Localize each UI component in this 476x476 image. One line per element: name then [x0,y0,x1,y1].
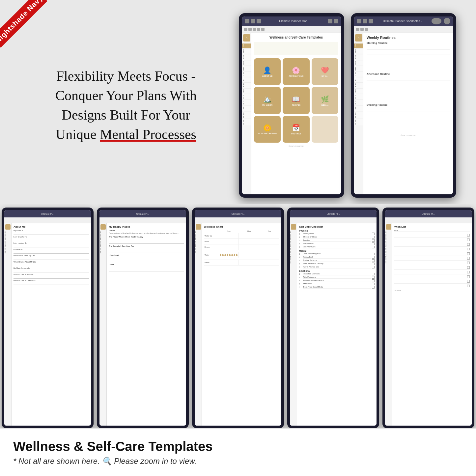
tile-label-recipes: RECIPES [292,104,300,106]
bt-month-apr-5[interactable]: APR [385,240,392,244]
bt-month-jan-4[interactable]: JAN [290,231,297,234]
bt-month-apr-2[interactable]: APR [99,240,106,244]
bt-month-jul-5[interactable]: JUL [385,251,392,254]
bt-month-jan-5[interactable]: JAN [385,231,392,234]
bt-month-sep-4[interactable]: SEP [290,257,297,260]
month-tab-note-left[interactable]: NOTE [242,119,251,125]
month-tab-sep-left[interactable]: SEP [242,88,251,94]
month-tab-feb-right[interactable]: FEB [354,48,363,54]
month-tab-nov-left[interactable]: NOV [242,99,251,105]
bt-month-may-4[interactable]: MAY [290,244,297,247]
bt-month-jan-3[interactable]: JAN [195,231,202,234]
bt-home-sc[interactable] [291,224,296,230]
bt-month-mar-1[interactable]: MAR [4,237,11,240]
wl-check-11[interactable] [467,280,470,283]
month-tab-jul-left[interactable]: JUL [242,77,251,82]
bt-month-mar-2[interactable]: MAR [99,237,106,240]
tile-label-about-me: ABOUT ME [262,75,273,77]
bt-month-may-2[interactable]: MAY [99,244,106,247]
wl-check-12[interactable] [467,285,470,287]
month-tab-oct-right[interactable]: OCT [354,94,363,99]
bt-month-feb-2[interactable]: FEB [99,234,106,237]
tile-about-me[interactable]: 👤 ABOUT ME [254,58,281,85]
bt-month-may-1[interactable]: MAY [4,244,11,247]
month-tab-jun-left[interactable]: JUN [242,71,251,77]
month-tab-aug-right[interactable]: AUG [354,82,363,88]
wl-check-3[interactable] [467,243,470,246]
wl-check-4[interactable] [467,248,470,250]
month-tab-jan-left[interactable]: JAN [242,43,251,48]
month-tab-feb-left[interactable]: FEB [242,48,251,54]
bt-month-may-5[interactable]: MAY [385,244,392,247]
bt-home-wl[interactable] [386,224,391,230]
bt-month-may-3[interactable]: MAY [195,244,202,247]
tile-affirmations[interactable]: 🌸 AFFIRMATIONS [283,58,309,85]
wl-check-9[interactable] [467,271,470,273]
month-tab-apr-left[interactable]: APR [242,60,251,65]
home-tab-left[interactable]: ⌂ [243,34,250,42]
bt-month-aug-4[interactable]: AUG [290,254,297,257]
month-tab-may-right[interactable]: MAY [354,66,363,71]
month-tab-may-left[interactable]: MAY [242,66,251,71]
month-tab-jun-right[interactable]: JUN [354,71,363,77]
tile-self-care[interactable]: 🌼 SELF-CARE CHECKLIST [254,116,281,143]
bt-month-oct-4[interactable]: OCT [290,260,297,264]
month-tab-note-right[interactable]: NOTE [354,119,363,125]
wl-check-8[interactable] [467,266,470,269]
wl-check-1[interactable] [467,234,470,237]
month-tab-mar-left[interactable]: MAR [242,54,251,60]
bt-month-jun-2[interactable]: JUN [99,247,106,251]
wl-check-5[interactable] [467,252,470,255]
bt-month-apr-4[interactable]: APR [290,240,297,244]
bt-month-jun-5[interactable]: JUN [385,247,392,251]
tile-routines[interactable]: 📅 ROUTINES [283,116,309,143]
month-tab-nov-right[interactable]: NOV [354,99,363,105]
bt-month-feb-5[interactable]: FEB [385,234,392,237]
bt-month-mar-5[interactable]: MAR [385,237,392,240]
month-tab-jul-right[interactable]: JUL [354,77,363,82]
month-tab-aug-left[interactable]: AUG [242,82,251,88]
wl-check-2[interactable] [467,238,470,241]
bt-month-apr-1[interactable]: APR [4,240,11,244]
bt-home-about-me[interactable] [5,224,11,230]
home-tab-right[interactable]: ⌂ [355,34,362,42]
wl-check-10[interactable] [467,275,470,278]
month-tab-more-left[interactable]: MORE [242,111,251,119]
bt-home-wellness[interactable] [196,224,201,230]
zoom-text: Please zoom in to view. [114,457,197,465]
tile-well[interactable]: 🌿 WELL... [312,87,338,114]
bt-month-oct-5[interactable]: OCT [385,260,392,264]
tile-recipes[interactable]: 📖 RECIPES [283,87,309,114]
bt-month-jan-2[interactable]: JAN [99,231,106,234]
bt-month-feb-4[interactable]: FEB [290,234,297,237]
month-tab-more-right[interactable]: MORE [354,111,363,119]
wl-check-7[interactable] [467,262,470,264]
bt-month-feb-3[interactable]: FEB [195,234,202,237]
wl-row-3 [394,242,470,247]
bt-month-aug-5[interactable]: AUG [385,254,392,257]
tile-my-vision[interactable]: 🏔️ MY VISION [254,87,281,114]
bt-month-jan-1[interactable]: JAN [4,231,11,234]
month-tab-dec-right[interactable]: DEC [354,105,363,111]
bt-month-jun-4[interactable]: JUN [290,247,297,251]
bt-month-mar-4[interactable]: MAR [290,237,297,240]
month-tab-mar-right[interactable]: MAR [354,54,363,60]
bt-month-jul-3[interactable]: JUL [195,251,202,254]
bt-month-feb-1[interactable]: FEB [4,234,11,237]
bt-home-happy[interactable] [100,224,106,230]
bt-month-jul-1[interactable]: JUL [4,251,11,254]
wl-check-6[interactable] [467,257,470,260]
month-tab-sep-right[interactable]: SEP [354,88,363,94]
month-tab-oct-left[interactable]: OCT [242,94,251,99]
bt-month-sep-5[interactable]: SEP [385,257,392,260]
bt-month-mar-3[interactable]: MAR [195,237,202,240]
tile-my-h[interactable]: ❤️ MY H... [312,58,338,85]
bt-month-apr-3[interactable]: APR [195,240,202,244]
month-tab-apr-right[interactable]: APR [354,60,363,65]
bt-month-jul-2[interactable]: JUL [99,251,106,254]
bt-month-jul-4[interactable]: JUL [290,251,297,254]
month-tab-dec-left[interactable]: DEC [242,105,251,111]
bt-month-jun-1[interactable]: JUN [4,247,11,251]
month-tab-jan-right[interactable]: JAN [354,43,363,48]
bt-month-jun-3[interactable]: JUN [195,247,202,251]
